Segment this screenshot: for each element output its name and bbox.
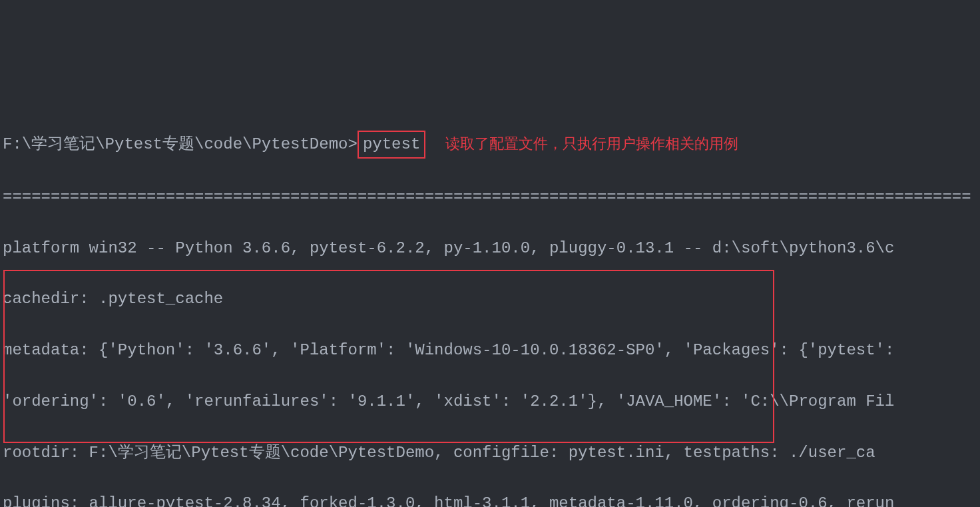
separator-line: ========================================… bbox=[3, 185, 977, 210]
annotation-text: 读取了配置文件，只执行用户操作相关的用例 bbox=[445, 135, 738, 152]
rootdir-info: rootdir: F:\学习笔记\Pytest专题\code\PytestDem… bbox=[3, 440, 977, 466]
command-text: pytest bbox=[363, 135, 420, 153]
prompt-path: F:\学习笔记\Pytest专题\code\PytestDemo> bbox=[3, 135, 358, 153]
platform-info: platform win32 -- Python 3.6.6, pytest-6… bbox=[3, 236, 977, 261]
plugins-info: plugins: allure-pytest-2.8.34, forked-1.… bbox=[3, 491, 977, 507]
test-results-highlight-box bbox=[3, 270, 774, 443]
command-highlight-box: pytest bbox=[358, 131, 425, 159]
prompt-line: F:\学习笔记\Pytest专题\code\PytestDemo>pytest读… bbox=[3, 131, 977, 159]
